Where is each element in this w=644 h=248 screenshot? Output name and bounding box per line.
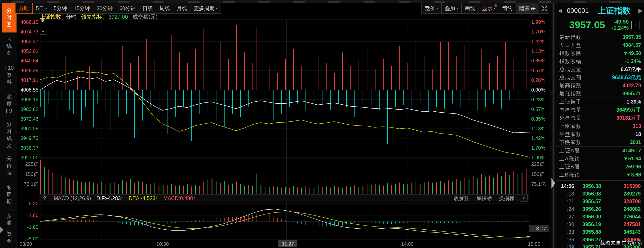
symbol-name: 上证指数 xyxy=(591,5,637,16)
stat-label: 上证B股 xyxy=(559,163,626,170)
tick-row: :273956.00276044 xyxy=(556,213,644,220)
tick-price: 3955.88 xyxy=(574,229,609,235)
macd-dea-value: DEA:-4.523↑ xyxy=(129,195,158,201)
volume-axis-label: 225亿 xyxy=(12,161,38,167)
tick-row: :183956.08289279 xyxy=(556,190,644,197)
percent-axis-label: 0.57% xyxy=(531,68,551,73)
stat-value: 36499万手 xyxy=(616,106,641,113)
percent-axis-label: 0.85% xyxy=(531,58,551,64)
time-axis: 11:27 03/2010:3014:0015:00 xyxy=(17,240,550,248)
chart-scrollbar-thumb[interactable] xyxy=(42,18,44,22)
tick-time: :33 xyxy=(558,229,574,235)
tab-label: 分时 xyxy=(19,5,29,12)
price-axis-label: 3995.19 xyxy=(12,97,38,103)
stat-row: 上B涨跌▼3.66 xyxy=(556,171,644,179)
quote-stats: 最新指数3957.05今日开盘4004.57指数涨跌▼49.50指数涨幅-1.2… xyxy=(556,33,644,179)
next-symbol-icon[interactable]: ▶ xyxy=(637,8,644,14)
percent-axis-label: 1.99% xyxy=(531,19,551,25)
price-axis-label: 4086.10 xyxy=(12,19,38,25)
stat-row: 上证A股4149.17 xyxy=(556,147,644,155)
time-axis-label: 15:00 xyxy=(528,241,540,247)
change-params-button[interactable]: 改参数 xyxy=(454,195,469,202)
price-axis-label: 3983.82 xyxy=(12,106,38,112)
tick-row: :333955.88345143 xyxy=(556,228,644,236)
stat-label: 今日开盘 xyxy=(559,42,622,49)
add-indicator-button[interactable]: 加指标 xyxy=(476,195,492,202)
stat-label: 下跌家数 xyxy=(559,139,630,146)
tick-price: 3956.57 xyxy=(574,198,609,204)
tick-volume: 248082 xyxy=(609,206,641,212)
stat-row: 最高指数4022.70 xyxy=(556,81,644,90)
percent-axis-label: 0.28% xyxy=(531,97,551,103)
crosshair-time-badge: 11:27 xyxy=(278,240,298,247)
tick-time: 14:56 xyxy=(558,183,574,189)
switch-indicator-button[interactable]: 换指标 xyxy=(499,195,514,202)
percent-axis-label: 1.99% xyxy=(531,155,551,161)
price-axis-label: 3972.46 xyxy=(12,116,38,122)
app-window: 分时图K线图F10资料深度F9分时成交分价表多周期多股资金 分时5日▾5分钟15… xyxy=(0,0,644,248)
stat-label: 指数涨幅 xyxy=(559,58,625,65)
stat-row: 内盘总量36499万手 xyxy=(556,106,644,114)
percent-axis-label: 1.13% xyxy=(531,48,551,54)
intraday-chart-plot[interactable] xyxy=(0,0,644,248)
stat-label: 上A涨跌 xyxy=(559,155,623,162)
stat-value: 6.67亿手 xyxy=(621,66,641,73)
stat-value: 4004.57 xyxy=(622,42,641,48)
percent-axis-label: 1.70% xyxy=(531,29,551,35)
stat-value: ▼3.66 xyxy=(626,172,641,178)
stat-row: 最新指数3957.05 xyxy=(556,33,644,41)
price-axis-label: 4063.37 xyxy=(12,39,38,45)
stat-value: 4022.70 xyxy=(622,83,641,88)
tick-time: :18 xyxy=(558,191,574,197)
stat-row: 最低指数3955.71 xyxy=(556,90,644,98)
tick-volume: 328708 xyxy=(609,198,641,204)
stat-value: ▼51.94 xyxy=(623,156,641,162)
price-axis-label: 4052.01 xyxy=(12,48,38,54)
tick-time: :24 xyxy=(558,206,574,212)
crosshair-icon: + xyxy=(40,29,46,35)
prev-symbol-icon[interactable]: ◀ xyxy=(556,8,564,14)
price-line xyxy=(40,77,530,133)
tick-price: 3956.19 xyxy=(574,221,609,227)
stat-row: 总成交额9648.63亿元 xyxy=(556,73,644,81)
stat-row: 外盘总量30181万手 xyxy=(556,114,644,122)
panel-collapse-handle[interactable] xyxy=(552,178,555,189)
period-tab-fenshi[interactable]: 分时 xyxy=(15,3,33,14)
help-icon[interactable]: ? xyxy=(41,195,48,201)
price-axis-label: 3961.09 xyxy=(12,126,38,131)
macd-bar-value: MACD:0.480↑ xyxy=(164,195,196,201)
price-axis-label: 4074.73 xyxy=(12,29,38,35)
close-icon[interactable]: × xyxy=(520,195,528,201)
stat-label: 外盘总量 xyxy=(559,115,616,121)
macd-axis-label: -1.60 xyxy=(12,224,38,230)
tick-time: :39 xyxy=(558,244,574,248)
time-axis-label: 03/20 xyxy=(20,241,32,247)
volume-axis-label: 150亿 xyxy=(531,171,551,177)
price-axis-label: 3938.37 xyxy=(12,145,38,151)
percent-axis-label: 1.13% xyxy=(531,126,551,131)
stat-row: 上涨家数313 xyxy=(556,122,644,130)
volume-axis-label: 225亿 xyxy=(531,161,551,167)
stat-value: ▼49.50 xyxy=(623,50,641,56)
price-axis-label: 4006.55 xyxy=(12,87,38,93)
stat-value: 2011 xyxy=(630,139,641,145)
stat-row: 下跌家数2011 xyxy=(556,138,644,147)
stat-value: 9648.63亿元 xyxy=(612,74,641,81)
stat-label: 内盘总量 xyxy=(559,106,616,113)
stat-value: 18 xyxy=(635,131,641,137)
tick-price: 3956.38 xyxy=(574,183,609,189)
tick-price: 3956.08 xyxy=(574,191,609,197)
percent-axis-label: 0.85% xyxy=(531,116,551,122)
quote-panel-header: ◀ 000001 上证指数 ▶ xyxy=(556,3,644,18)
tick-list[interactable]: 14:563956.38315390:183956.08289279:21395… xyxy=(556,180,644,248)
macd-axis-label: 5.20 xyxy=(12,201,38,206)
price-axis-label: 4029.28 xyxy=(12,68,38,73)
time-axis-label: 14:00 xyxy=(401,241,414,247)
minimize-icon[interactable]: − xyxy=(631,21,640,29)
change-amount: -49.50 xyxy=(612,19,629,25)
stat-label: 最高指数 xyxy=(559,82,622,89)
stat-value: 4149.17 xyxy=(622,148,641,154)
quote-panel: ◀ 000001 上证指数 ▶ 3957.05 -49.50 -1.24% − … xyxy=(556,3,644,248)
price-axis-label: 4017.91 xyxy=(12,77,38,83)
stat-value: -1.24% xyxy=(625,58,641,64)
